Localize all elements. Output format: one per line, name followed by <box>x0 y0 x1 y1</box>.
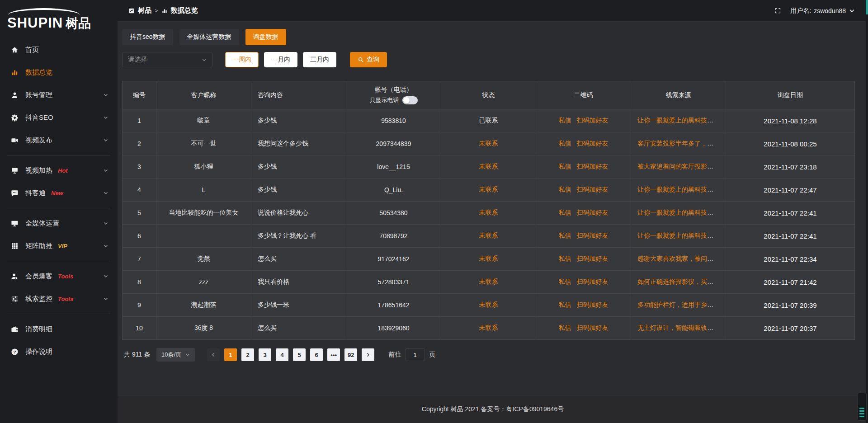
qr-link[interactable]: 扫码加好友 <box>576 117 608 124</box>
cell-status: 未联系 <box>441 248 536 271</box>
source-link[interactable]: 客厅安装投影半年多了，真实... <box>637 140 725 147</box>
sidebar-divider <box>7 155 110 155</box>
source-link[interactable]: 让你一眼就爱上的黑科技，能... <box>637 117 725 124</box>
sidebar-divider <box>7 261 110 261</box>
qr-link[interactable]: 扫码加好友 <box>576 163 608 170</box>
source-link[interactable]: 如何正确选择投影仪，买投影... <box>637 278 725 285</box>
range-button-one-month[interactable]: 一月内 <box>264 52 297 67</box>
breadcrumb: 树品 > 数据总览 <box>128 6 198 15</box>
qr-link[interactable]: 私信 <box>559 209 571 216</box>
page-button-6[interactable]: 6 <box>310 348 323 361</box>
page-button-2[interactable]: 2 <box>241 348 254 361</box>
chevron-down-icon <box>185 352 190 357</box>
cell-qrcode: 私信 扫码加好友 <box>536 317 631 340</box>
sidebar-item-account-management[interactable]: 账号管理 <box>0 84 118 106</box>
qr-link[interactable]: 扫码加好友 <box>576 209 608 216</box>
qr-link[interactable]: 私信 <box>559 140 571 147</box>
logo: SHUPIN 树品 <box>0 5 118 38</box>
page-scrollbar[interactable] <box>866 0 868 423</box>
filter-select[interactable]: 请选择 <box>122 52 212 67</box>
qr-link[interactable]: 扫码加好友 <box>576 324 608 331</box>
source-link[interactable]: 感谢大家喜欢我家，被问了好... <box>637 255 725 262</box>
chevron-down-icon <box>103 273 108 279</box>
page-button-5[interactable]: 5 <box>293 348 306 361</box>
sidebar-item-media-operation[interactable]: 全媒体运营 <box>0 212 118 235</box>
phone-only-toggle[interactable] <box>402 96 418 104</box>
app-layout: SHUPIN 树品 首页数据总览账号管理抖音SEO视频发布视频加热Hot抖客通N… <box>0 0 868 423</box>
tab-media-operation-data[interactable]: 全媒体运营数据 <box>179 29 239 45</box>
breadcrumb-root[interactable]: 树品 <box>138 6 151 15</box>
qr-link[interactable]: 私信 <box>559 301 571 308</box>
scrollbar-thumb[interactable] <box>866 0 868 14</box>
source-link[interactable]: 让你一眼就爱上的黑科技，能... <box>637 209 725 216</box>
sidebar-item-matrix-boost[interactable]: 矩阵助推VIP <box>0 235 118 257</box>
floating-widget[interactable] <box>857 393 867 421</box>
range-button-one-week[interactable]: 一周内 <box>225 52 259 67</box>
sidebar-item-home[interactable]: 首页 <box>0 38 118 61</box>
qr-link[interactable]: 扫码加好友 <box>576 301 608 308</box>
page-button-4[interactable]: 4 <box>276 348 288 361</box>
video-icon <box>11 136 19 144</box>
qr-link[interactable]: 扫码加好友 <box>576 186 608 193</box>
goto-page-input[interactable] <box>405 348 425 361</box>
page-button-3[interactable]: 3 <box>259 348 271 361</box>
page-size-select[interactable]: 10条/页 <box>156 348 195 362</box>
source-link[interactable]: 多功能护栏灯，适用于乡村文... <box>637 301 725 308</box>
cell-content: 多少钱？让我死心 看 <box>251 225 346 248</box>
qr-link[interactable]: 私信 <box>559 117 571 124</box>
cell-status: 已联系 <box>441 109 536 132</box>
filter-row: 请选择 一周内一月内三月内 查询 <box>122 52 854 67</box>
page-button-92[interactable]: 92 <box>344 348 357 361</box>
cell-no: 9 <box>123 294 156 317</box>
cell-source: 感谢大家喜欢我家，被问了好... <box>631 248 726 271</box>
sidebar-item-consumption-detail[interactable]: 消费明细 <box>0 318 118 340</box>
sidebar-item-label: 会员爆客 <box>25 272 52 281</box>
qr-link[interactable]: 扫码加好友 <box>576 140 608 147</box>
sidebar-item-member-baoke[interactable]: 会员爆客Tools <box>0 265 118 287</box>
qr-link[interactable]: 扫码加好友 <box>576 255 608 262</box>
page-button-ellipsis[interactable]: ••• <box>327 348 340 361</box>
cell-nickname: 觉然 <box>156 248 251 271</box>
sidebar-item-douketong[interactable]: 抖客通New <box>0 182 118 204</box>
cell-qrcode: 私信 扫码加好友 <box>536 132 631 155</box>
cell-qrcode: 私信 扫码加好友 <box>536 225 631 248</box>
sidebar-item-douyin-seo[interactable]: 抖音SEO <box>0 106 118 129</box>
tab-inquiry-data[interactable]: 询盘数据 <box>245 29 286 45</box>
range-button-three-month[interactable]: 三月内 <box>303 52 336 67</box>
cell-date: 2021-11-07 21:42 <box>726 271 855 294</box>
cell-qrcode: 私信 扫码加好友 <box>536 271 631 294</box>
source-link[interactable]: 让你一眼就爱上的黑科技，能... <box>637 186 725 193</box>
source-link[interactable]: 无主灯设计，智能磁吸轨道灯... <box>637 324 725 331</box>
qr-link[interactable]: 扫码加好友 <box>576 232 608 239</box>
qr-link[interactable]: 私信 <box>559 324 571 331</box>
page-button-1[interactable]: 1 <box>224 348 237 361</box>
next-page-button[interactable] <box>362 348 374 361</box>
table-row: 8 zzz 我只看价格 572803371 未联系 私信 扫码加好友 如何正确选… <box>123 271 855 294</box>
sidebar-item-video-publish[interactable]: 视频发布 <box>0 129 118 151</box>
cell-no: 10 <box>123 317 156 340</box>
source-link[interactable]: 让你一眼就爱上的黑科技，能... <box>637 232 725 239</box>
bar-chart-icon <box>11 69 19 76</box>
sidebar-item-operation-guide[interactable]: ?操作说明 <box>0 340 118 363</box>
tab-douyin-seo-data[interactable]: 抖音seo数据 <box>122 29 173 45</box>
source-link[interactable]: 被大家追着问的客厅投影分享... <box>637 163 725 170</box>
cell-account: 183929060 <box>346 317 441 340</box>
qr-link[interactable]: 私信 <box>559 163 571 170</box>
qr-link[interactable]: 私信 <box>559 255 571 262</box>
cell-account: love__1215 <box>346 155 441 179</box>
sidebar-item-clue-monitor[interactable]: 线索监控Tools <box>0 287 118 310</box>
fullscreen-icon[interactable] <box>774 7 781 14</box>
qr-link[interactable]: 私信 <box>559 186 571 193</box>
qr-link[interactable]: 私信 <box>559 278 571 285</box>
qr-link[interactable]: 私信 <box>559 232 571 239</box>
user-menu[interactable]: 用户名: zswodun88 <box>790 7 855 15</box>
cell-date: 2021-11-07 20:39 <box>726 294 855 317</box>
query-button[interactable]: 查询 <box>350 52 387 67</box>
prev-page-button[interactable] <box>207 348 220 361</box>
member-icon <box>11 273 19 280</box>
qr-link[interactable]: 扫码加好友 <box>576 278 608 285</box>
gear-icon <box>11 114 19 122</box>
chevron-down-icon <box>849 7 855 14</box>
sidebar-item-video-heat[interactable]: 视频加热Hot <box>0 159 118 182</box>
sidebar-item-data-overview[interactable]: 数据总览 <box>0 61 118 84</box>
